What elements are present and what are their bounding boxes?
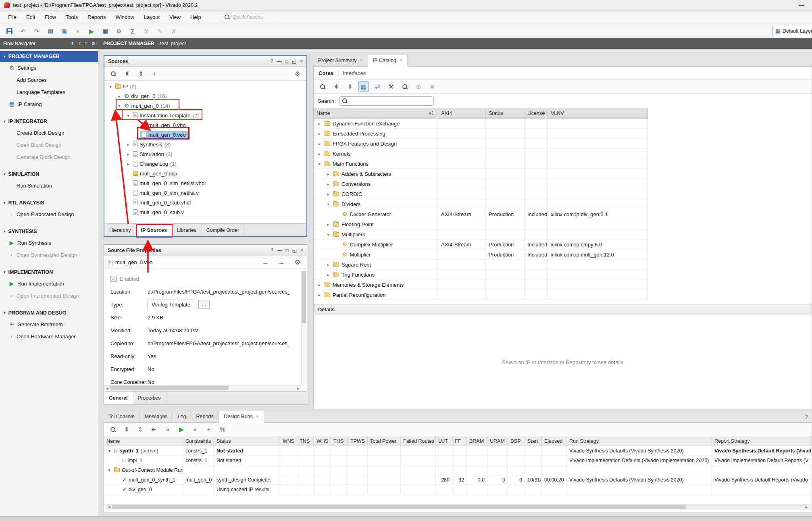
- flownav-section-program-and-debug[interactable]: ▾PROGRAM AND DEBUG: [0, 308, 98, 318]
- properties-tab-general[interactable]: General: [104, 392, 133, 404]
- flownav-item-settings[interactable]: ⚙Settings: [0, 62, 98, 74]
- help-icon[interactable]: ?: [271, 248, 274, 253]
- flownav-item-open-synthesized-design[interactable]: ›Open Synthesized Design: [0, 249, 98, 261]
- menu-layout[interactable]: Layout: [139, 12, 164, 22]
- design-run-row-synth-1[interactable]: ▾▷synth_1(active)constrs_1Not startedViv…: [104, 446, 812, 456]
- ip-catalog-row-kernels[interactable]: ▸Kernels: [314, 149, 648, 159]
- expand-arrow-icon[interactable]: ▸: [316, 152, 322, 156]
- edit-icon[interactable]: ✎: [155, 26, 165, 36]
- menu-view[interactable]: View: [164, 12, 185, 22]
- collapse-all-icon[interactable]: ⇞: [121, 424, 132, 435]
- design-run-row-impl-1[interactable]: ▷impl_1constrs_1Not startedVivado Implem…: [104, 456, 812, 465]
- close-icon[interactable]: ×: [300, 248, 303, 253]
- sources-tab-hierarchy[interactable]: Hierarchy: [104, 224, 136, 236]
- scroll-right-icon[interactable]: ▶: [804, 505, 810, 509]
- stop-icon[interactable]: ■: [427, 81, 437, 92]
- minimize-icon[interactable]: —: [277, 58, 281, 64]
- design-run-row-mult-gen-0-synth-1[interactable]: ✓mult_gen_0_synth_1mult_gen_0synth_desig…: [104, 475, 812, 485]
- column-header-report-strategy[interactable]: Report Strategy: [712, 436, 812, 446]
- close-icon[interactable]: ×: [360, 58, 363, 63]
- column-header-name[interactable]: Name∧1: [314, 108, 438, 118]
- source-tree-item-mult-gen-0[interactable]: ▾⚙mult_gen_0(14): [104, 101, 306, 110]
- add-repository-icon[interactable]: ⊕: [413, 81, 424, 92]
- expand-arrow-icon[interactable]: ▸: [325, 182, 331, 186]
- more-button[interactable]: …: [198, 300, 210, 309]
- console-tab-log[interactable]: Log: [173, 411, 192, 422]
- search-icon[interactable]: [108, 69, 119, 79]
- flownav-item-open-elaborated-design[interactable]: ›Open Elaborated Design: [0, 208, 98, 220]
- settings-icon[interactable]: ⚙: [292, 257, 303, 268]
- flownav-section-rtl-analysis[interactable]: ▾RTL ANALYSIS: [0, 198, 98, 208]
- help-icon[interactable]: ?: [805, 414, 808, 420]
- collapse-arrow-icon[interactable]: ▾: [125, 113, 131, 118]
- flownav-item-run-simulation[interactable]: Run Simulation: [0, 179, 98, 192]
- expand-arrow-icon[interactable]: ▸: [325, 192, 331, 196]
- tools-icon[interactable]: ⚒: [141, 26, 152, 36]
- menu-file[interactable]: File: [3, 12, 21, 22]
- flownav-section-ip-integrator[interactable]: ▾IP INTEGRATOR: [0, 116, 98, 127]
- source-tree-item-mult-gen-0-sim-netlist-v[interactable]: mult_gen_0_sim_netlist.v: [104, 188, 306, 198]
- quick-access-search[interactable]: Quick Access: [222, 13, 287, 21]
- locate-icon[interactable]: [400, 81, 410, 92]
- column-header-elapsed[interactable]: Elapsed: [542, 436, 567, 446]
- layout-selector[interactable]: ▦ Default Layou: [772, 26, 812, 36]
- expand-arrow-icon[interactable]: ▸: [125, 142, 131, 147]
- minimize-icon[interactable]: —: [277, 248, 282, 253]
- collapse-all-icon[interactable]: ⇞: [331, 81, 341, 92]
- search-icon[interactable]: [317, 81, 328, 92]
- goto-start-icon[interactable]: ⇤: [149, 424, 159, 435]
- search-icon[interactable]: [108, 424, 118, 435]
- catalog-search-input[interactable]: [339, 96, 434, 106]
- maximize-icon[interactable]: □: [285, 248, 288, 253]
- report-icon[interactable]: ▤: [45, 26, 56, 36]
- step-forward-icon[interactable]: »: [190, 424, 200, 435]
- expand-icon[interactable]: ⇕: [78, 41, 81, 46]
- back-icon[interactable]: ←: [260, 257, 271, 268]
- group-view-icon[interactable]: ▦: [358, 81, 369, 92]
- close-icon[interactable]: ×: [256, 414, 259, 419]
- maximize-icon[interactable]: □: [285, 58, 288, 64]
- layout-grid-icon[interactable]: ▦: [100, 26, 110, 36]
- scrollbar-thumb[interactable]: [302, 271, 306, 323]
- document-tab-ip-catalog[interactable]: IP Catalog×: [368, 55, 408, 67]
- expand-all-icon[interactable]: ⇕: [135, 69, 146, 79]
- ip-catalog-row-adders-subtracters[interactable]: ▸Adders & Subtracters: [314, 169, 648, 179]
- column-header-wns[interactable]: WNS: [280, 436, 297, 446]
- column-header-total-power[interactable]: Total Power: [368, 436, 401, 446]
- cores-tab[interactable]: Cores: [319, 70, 333, 76]
- horizontal-scrollbar[interactable]: ◀ ▶: [106, 504, 810, 510]
- collapse-arrow-icon[interactable]: ▾: [325, 232, 331, 237]
- ip-catalog-row-trig-functions[interactable]: ▸Trig Functions: [314, 270, 648, 280]
- console-tab-tcl-console[interactable]: Tcl Console: [104, 411, 140, 422]
- expand-arrow-icon[interactable]: ▸: [325, 222, 331, 227]
- step-back-icon[interactable]: «: [162, 424, 173, 435]
- menu-flow[interactable]: Flow: [40, 12, 60, 22]
- ip-catalog-row-dividers[interactable]: ▾Dividers: [314, 199, 648, 209]
- collapse-arrow-icon[interactable]: ▾: [316, 162, 322, 166]
- column-header-status[interactable]: Status: [214, 436, 280, 446]
- help-icon[interactable]: ?: [85, 41, 87, 46]
- column-header-ff[interactable]: FF: [452, 436, 467, 446]
- enabled-checkbox[interactable]: ✓: [110, 276, 117, 282]
- source-tree-item-change-log[interactable]: ▸Change Log(1): [104, 159, 306, 169]
- column-header-run-strategy[interactable]: Run Strategy: [567, 436, 712, 446]
- close-icon[interactable]: ×: [400, 58, 402, 63]
- source-tree-item-instantiation-template[interactable]: ▾Instantiation Template(2): [104, 110, 306, 120]
- flownav-item-generate-block-design[interactable]: Generate Block Design: [0, 151, 98, 163]
- console-tab-reports[interactable]: Reports: [191, 411, 219, 422]
- sources-tab-compile-order[interactable]: Compile Order: [202, 224, 244, 236]
- expand-arrow-icon[interactable]: ▸: [325, 273, 331, 277]
- source-tree-item-ip[interactable]: ▾IP(2): [104, 81, 306, 91]
- forward-icon[interactable]: →: [276, 257, 287, 268]
- console-tab-design-runs[interactable]: Design Runs×: [219, 411, 264, 423]
- expand-arrow-icon[interactable]: ▸: [125, 152, 131, 156]
- ip-catalog-row-embedded-processing[interactable]: ▸Embedded Processing: [314, 129, 648, 139]
- column-header-bram[interactable]: BRAM: [467, 436, 487, 446]
- menu-tools[interactable]: Tools: [61, 12, 83, 22]
- ip-catalog-row-multiplier[interactable]: ⚙MultiplierProductionIncludedxilinx.com:…: [314, 250, 648, 260]
- expand-arrow-icon[interactable]: ▸: [325, 263, 331, 267]
- customize-icon[interactable]: ⚒: [386, 81, 396, 92]
- flownav-section-implementation[interactable]: ▾IMPLEMENTATION: [0, 267, 98, 277]
- probe-icon[interactable]: ✗: [169, 26, 179, 36]
- scrollbar-thumb[interactable]: [110, 386, 229, 390]
